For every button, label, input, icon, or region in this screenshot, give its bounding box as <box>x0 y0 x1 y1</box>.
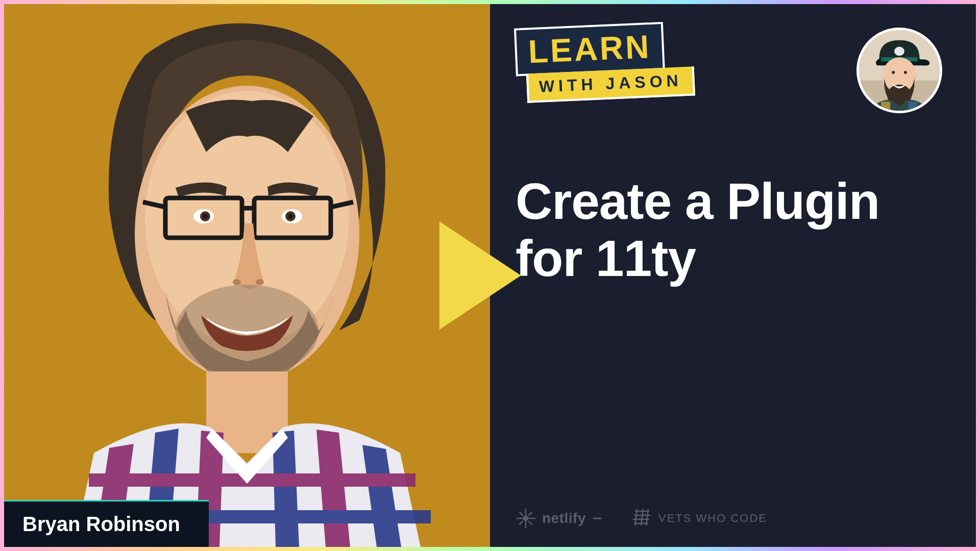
play-icon <box>439 221 521 330</box>
sponsor-vets-who-code: VETS WHO CODE <box>630 508 767 529</box>
svg-line-37 <box>529 512 532 515</box>
thumbnail-container: Bryan Robinson LEARN WITH JASON <box>4 4 976 547</box>
svg-rect-28 <box>881 102 890 111</box>
dash-icon <box>592 511 602 526</box>
svg-line-34 <box>520 512 523 515</box>
guest-name: Bryan Robinson <box>22 513 180 536</box>
svg-point-15 <box>256 279 264 285</box>
show-logo: LEARN WITH JASON <box>514 20 695 103</box>
play-button[interactable] <box>439 221 521 330</box>
svg-point-27 <box>904 71 907 74</box>
svg-line-35 <box>529 521 532 524</box>
vets-who-code-icon <box>630 508 652 529</box>
svg-point-13 <box>288 214 293 219</box>
logo-line-1: LEARN <box>514 22 665 77</box>
sponsor-netlify-label: netlify <box>542 510 586 527</box>
info-panel: LEARN WITH JASON <box>490 4 976 547</box>
host-avatar <box>856 28 942 113</box>
guest-photo-panel: Bryan Robinson <box>4 4 490 547</box>
guest-name-badge: Bryan Robinson <box>4 500 209 547</box>
svg-rect-38 <box>522 515 529 522</box>
episode-title: Create a Plugin for 11ty <box>516 172 945 287</box>
gradient-border: Bryan Robinson LEARN WITH JASON <box>0 0 980 551</box>
svg-point-16 <box>176 285 318 377</box>
svg-rect-29 <box>909 102 918 111</box>
svg-point-22 <box>894 47 904 56</box>
svg-point-14 <box>233 279 241 285</box>
sponsors-row: netlify <box>516 508 767 529</box>
netlify-icon <box>516 508 536 529</box>
svg-line-36 <box>520 521 523 524</box>
svg-point-26 <box>892 71 895 74</box>
guest-headshot <box>4 4 490 547</box>
sponsor-vwc-label: VETS WHO CODE <box>658 512 767 525</box>
svg-point-10 <box>203 214 208 219</box>
sponsor-netlify: netlify <box>516 508 602 529</box>
